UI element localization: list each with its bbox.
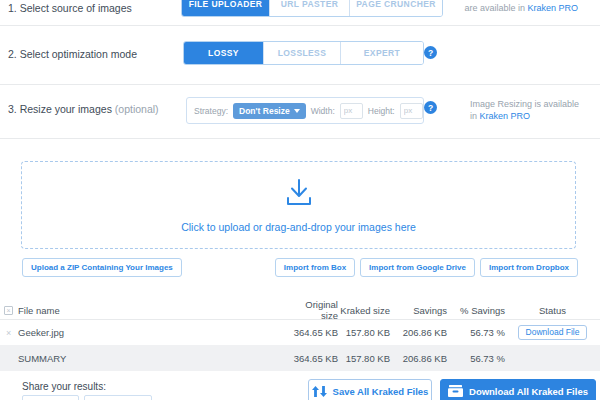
divider [0, 84, 600, 85]
remove-all-files-button[interactable]: × [4, 306, 13, 315]
mode-segmented-control: LOSSY LOSSLESS EXPERT [183, 41, 424, 65]
share-button[interactable] [84, 395, 152, 400]
col-header-file-name: File name [18, 305, 288, 316]
height-input[interactable] [400, 103, 423, 119]
download-arrow-icon [281, 178, 317, 212]
width-label: Width: [311, 106, 335, 116]
col-header-original-size: Original size [288, 299, 338, 321]
resize-label-text: 3. Resize your images [8, 103, 112, 115]
summary-row: SUMMARY 364.65 KB 157.80 KB 206.86 KB 56… [0, 345, 600, 371]
chevron-down-icon [294, 109, 300, 113]
download-all-kraked-files-button[interactable]: Download All Kraked Files [440, 379, 596, 400]
height-label: Height: [368, 106, 395, 116]
divider [0, 319, 600, 320]
resize-pro-note: Image Resizing is available in Kraken PR… [470, 98, 580, 122]
resize-label-optional: (optional) [115, 103, 159, 115]
kraken-optimizer-page: 1. Select source of images FILE UPLOADER… [0, 0, 600, 400]
table-row: × Geeker.jpg 364.65 KB 157.80 KB 206.86 … [0, 322, 600, 342]
tab-lossless[interactable]: LOSSLESS [263, 42, 340, 64]
download-file-button[interactable]: Download File [518, 325, 588, 340]
tab-file-uploader[interactable]: FILE UPLOADER [182, 0, 269, 16]
save-arrows-icon [312, 386, 327, 397]
col-header-status: Status [505, 305, 600, 316]
remove-file-button[interactable]: × [6, 328, 11, 338]
cell-original-size: 364.65 KB [288, 327, 338, 338]
divider [0, 138, 600, 139]
source-pro-note: are available in Kraken PRO [455, 2, 578, 14]
col-header-kraked-size: Kraked size [338, 305, 390, 316]
summary-kraked-size: 157.80 KB [338, 353, 390, 364]
tab-expert[interactable]: EXPERT [340, 42, 423, 64]
import-buttons: Import from Box Import from Google Drive… [275, 258, 578, 277]
import-box-button[interactable]: Import from Box [275, 258, 355, 277]
tab-lossy[interactable]: LOSSY [184, 42, 263, 64]
archive-box-icon [448, 385, 463, 397]
width-input[interactable] [340, 103, 363, 119]
save-all-kraked-files-button[interactable]: Save All Kraked Files [308, 379, 432, 400]
summary-original-size: 364.65 KB [288, 353, 338, 364]
upload-dropzone[interactable]: Click to upload or drag-and-drop your im… [21, 161, 576, 249]
kraken-pro-link[interactable]: Kraken PRO [527, 3, 578, 13]
source-pro-note-text: are available in [464, 3, 525, 13]
tab-page-cruncher[interactable]: PAGE CRUNCHER [349, 0, 442, 16]
col-header-savings: Savings [390, 305, 447, 316]
summary-savings: 206.86 KB [390, 353, 447, 364]
dropzone-text: Click to upload or drag-and-drop your im… [181, 221, 416, 233]
cell-savings: 206.86 KB [390, 327, 447, 338]
resize-section-label: 3. Resize your images (optional) [8, 103, 159, 115]
source-section-label: 1. Select source of images [8, 2, 132, 14]
import-dropbox-button[interactable]: Import from Dropbox [480, 258, 578, 277]
tab-url-paster[interactable]: URL PASTER [269, 0, 349, 16]
download-all-label: Download All Kraked Files [469, 386, 588, 397]
cell-file-name: Geeker.jpg [18, 327, 288, 338]
strategy-label: Strategy: [194, 106, 228, 116]
kraken-pro-link[interactable]: Kraken PRO [480, 111, 531, 121]
mode-section-label: 2. Select optimization mode [8, 48, 137, 60]
resize-help-icon[interactable]: ? [424, 101, 437, 114]
resize-controls: Strategy: Don't Resize Width: Height: [186, 97, 424, 124]
strategy-dropdown[interactable]: Don't Resize [233, 103, 306, 119]
share-button[interactable] [22, 395, 79, 400]
share-results-label: Share your results: [22, 381, 106, 392]
upload-zip-button[interactable]: Upload a ZIP Containing Your Images [22, 258, 182, 277]
cell-kraked-size: 157.80 KB [338, 327, 390, 338]
import-google-drive-button[interactable]: Import from Google Drive [360, 258, 475, 277]
mode-help-icon[interactable]: ? [424, 46, 437, 59]
source-segmented-control: FILE UPLOADER URL PASTER PAGE CRUNCHER [181, 0, 443, 17]
summary-label: SUMMARY [18, 353, 288, 364]
summary-pct-savings: 56.73 % [447, 353, 505, 364]
results-table-header: × File name Original size Kraked size Sa… [0, 299, 600, 315]
strategy-dropdown-value: Don't Resize [239, 106, 290, 116]
save-all-label: Save All Kraked Files [333, 386, 429, 397]
divider [0, 25, 600, 26]
cell-pct-savings: 56.73 % [447, 327, 505, 338]
col-header-pct-savings: % Savings [447, 305, 505, 316]
